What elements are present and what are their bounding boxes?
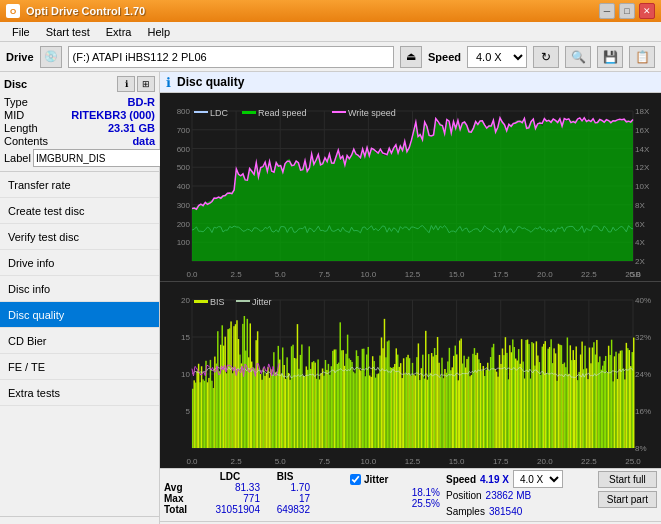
avg-row-label: Avg	[164, 482, 200, 493]
length-label: Length	[4, 122, 38, 134]
speed-select[interactable]: 4.0 X 8.0 X Max	[467, 46, 527, 68]
speed-stat-value: 4.19 X	[480, 474, 509, 485]
disc-scan-icon[interactable]: ⊞	[137, 76, 155, 92]
samples-value: 381540	[489, 506, 522, 517]
disc-quality-title: Disc quality	[177, 75, 244, 89]
app-icon: O	[6, 4, 20, 18]
sidebar: Disc ℹ ⊞ Type BD-R MID RITEKBR3 (000) Le…	[0, 72, 160, 524]
disc-quality-header: ℹ Disc quality	[160, 72, 661, 93]
menu-file[interactable]: File	[4, 24, 38, 40]
fe-te-label: FE / TE	[8, 361, 45, 373]
refresh-button[interactable]: ↻	[533, 46, 559, 68]
max-bis: 17	[260, 493, 310, 504]
charts-container	[160, 93, 661, 468]
sidebar-item-disc-quality[interactable]: Disc quality	[0, 302, 159, 328]
drive-select[interactable]: (F:) ATAPI iHBS112 2 PL06	[68, 46, 394, 68]
disc-quality-icon: ℹ	[166, 75, 171, 90]
menu-bar: File Start test Extra Help	[0, 22, 661, 42]
maximize-button[interactable]: □	[619, 3, 635, 19]
drive-icon: 💿	[40, 46, 62, 68]
app-title: Opti Drive Control 1.70	[26, 5, 145, 17]
speed-stat-select[interactable]: 4.0 X Max	[513, 470, 563, 488]
content-area: ℹ Disc quality LDC BIS	[160, 72, 661, 524]
avg-ldc: 81.33	[200, 482, 260, 493]
start-part-button[interactable]: Start part	[598, 491, 657, 508]
create-test-disc-label: Create test disc	[8, 205, 84, 217]
disc-info-icon[interactable]: ℹ	[117, 76, 135, 92]
type-label: Type	[4, 96, 28, 108]
top-chart	[160, 93, 661, 282]
total-ldc: 31051904	[200, 504, 260, 515]
position-label: Position	[446, 490, 482, 501]
transfer-rate-label: Transfer rate	[8, 179, 71, 191]
total-row-label: Total	[164, 504, 200, 515]
close-button[interactable]: ✕	[639, 3, 655, 19]
speed-stat-header: Speed	[446, 474, 476, 485]
bottom-chart	[160, 282, 661, 468]
sidebar-item-fe-te[interactable]: FE / TE	[0, 354, 159, 380]
menu-start-test[interactable]: Start test	[38, 24, 98, 40]
minimize-button[interactable]: ─	[599, 3, 615, 19]
disc-info-label: Disc info	[8, 283, 50, 295]
main-layout: Disc ℹ ⊞ Type BD-R MID RITEKBR3 (000) Le…	[0, 72, 661, 524]
drive-bar: Drive 💿 (F:) ATAPI iHBS112 2 PL06 ⏏ Spee…	[0, 42, 661, 72]
bottom-chart-canvas	[160, 282, 661, 466]
disc-panel-title: Disc	[4, 78, 27, 90]
contents-label: Contents	[4, 135, 48, 147]
stats-bar: LDC BIS Avg 81.33 1.70 Max 771 17 Tota	[160, 468, 661, 521]
menu-extra[interactable]: Extra	[98, 24, 140, 40]
position-value: 23862 MB	[486, 490, 532, 501]
title-bar: O Opti Drive Control 1.70 ─ □ ✕	[0, 0, 661, 22]
samples-label: Samples	[446, 506, 485, 517]
mid-label: MID	[4, 109, 24, 121]
drive-label: Drive	[6, 51, 34, 63]
save-button[interactable]: 📋	[629, 46, 655, 68]
drive-info-label: Drive info	[8, 257, 54, 269]
avg-jitter: 18.1%	[350, 487, 440, 498]
status-window-button[interactable]: Status window >>	[0, 516, 159, 524]
sidebar-item-verify-test-disc[interactable]: Verify test disc	[0, 224, 159, 250]
verify-test-disc-label: Verify test disc	[8, 231, 79, 243]
drive-eject-button[interactable]: ⏏	[400, 46, 422, 68]
jitter-header: Jitter	[364, 474, 388, 485]
sidebar-item-drive-info[interactable]: Drive info	[0, 250, 159, 276]
sidebar-item-cd-bier[interactable]: CD Bier	[0, 328, 159, 354]
top-chart-canvas	[160, 93, 661, 279]
sidebar-item-extra-tests[interactable]: Extra tests	[0, 380, 159, 406]
write-button[interactable]: 💾	[597, 46, 623, 68]
max-jitter: 25.5%	[350, 498, 440, 509]
scan-button[interactable]: 🔍	[565, 46, 591, 68]
extra-tests-label: Extra tests	[8, 387, 60, 399]
ldc-header: LDC	[200, 471, 260, 482]
disc-panel: Disc ℹ ⊞ Type BD-R MID RITEKBR3 (000) Le…	[0, 72, 159, 172]
start-full-button[interactable]: Start full	[598, 471, 657, 488]
bis-header: BIS	[260, 471, 310, 482]
sidebar-item-transfer-rate[interactable]: Transfer rate	[0, 172, 159, 198]
sidebar-item-create-test-disc[interactable]: Create test disc	[0, 198, 159, 224]
speed-label: Speed	[428, 51, 461, 63]
label-label: Label	[4, 152, 31, 164]
max-ldc: 771	[200, 493, 260, 504]
sidebar-item-disc-info[interactable]: Disc info	[0, 276, 159, 302]
menu-help[interactable]: Help	[139, 24, 178, 40]
jitter-checkbox[interactable]	[350, 474, 361, 485]
disc-quality-label: Disc quality	[8, 309, 64, 321]
label-input[interactable]	[33, 149, 166, 167]
type-value: BD-R	[128, 96, 156, 108]
total-bis: 649832	[260, 504, 310, 515]
mid-value: RITEKBR3 (000)	[71, 109, 155, 121]
avg-bis: 1.70	[260, 482, 310, 493]
length-value: 23.31 GB	[108, 122, 155, 134]
cd-bier-label: CD Bier	[8, 335, 47, 347]
max-row-label: Max	[164, 493, 200, 504]
contents-value: data	[132, 135, 155, 147]
start-buttons: Start full Start part	[598, 471, 657, 508]
